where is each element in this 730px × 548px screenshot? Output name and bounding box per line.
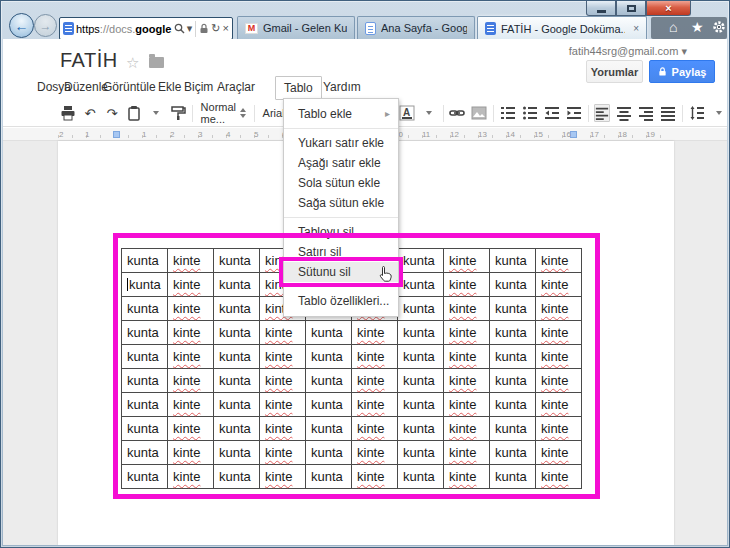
table-cell[interactable]: kinte (168, 369, 214, 393)
highlight-color-icon[interactable]: A (399, 104, 415, 122)
menu-item-tablo-ekle[interactable]: Tablo ekle▸ (284, 104, 398, 124)
table-cell[interactable]: kinte (444, 321, 490, 345)
table-cell[interactable]: kunta (214, 393, 260, 417)
table-cell[interactable]: kunta (214, 417, 260, 441)
table-cell[interactable]: kunta (214, 321, 260, 345)
table-cell[interactable]: kinte (444, 417, 490, 441)
address-bar[interactable]: https://docs.google.c... ▾ ↻ × (59, 17, 233, 40)
table-cell[interactable]: kunta (306, 393, 352, 417)
table-cell[interactable]: kunta (214, 273, 260, 297)
bulleted-list-icon[interactable] (522, 104, 538, 122)
table-cell[interactable]: kinte (444, 249, 490, 273)
window-close-button[interactable]: × (646, 1, 691, 16)
table-cell[interactable]: kinte (536, 465, 582, 489)
table-cell[interactable]: kinte (352, 441, 398, 465)
decrease-indent-icon[interactable] (544, 104, 560, 122)
menu-item-tabloyu-sil[interactable]: Tabloyu sil (284, 222, 398, 242)
print-icon[interactable] (60, 104, 76, 122)
account-email[interactable]: fatih44srg@gmail.com ▾ (569, 45, 687, 58)
table-cell[interactable]: kunta (122, 297, 168, 321)
browser-tab-2[interactable]: Ana Sayfa - Google Doküm... (357, 16, 475, 39)
browser-tab-3[interactable]: FATİH - Google Doküma...× (477, 16, 647, 40)
stop-icon[interactable]: × (223, 23, 229, 34)
table-cell[interactable]: kinte (260, 321, 306, 345)
menu-item-tablo-zellikleri-[interactable]: Tablo özellikleri... (284, 291, 398, 311)
style-dropdown[interactable]: Normal me... (199, 101, 248, 125)
table-cell[interactable]: kinte (352, 345, 398, 369)
table-cell[interactable]: kinte (536, 369, 582, 393)
menubar-item-tablo[interactable]: Tablo (275, 76, 322, 100)
paste-icon[interactable] (126, 104, 142, 122)
table-cell[interactable]: kinte (352, 369, 398, 393)
table-cell[interactable]: kinte (536, 345, 582, 369)
table-cell[interactable]: kunta (306, 465, 352, 489)
line-spacing-dropdown-icon[interactable] (711, 104, 727, 122)
table-cell[interactable]: kinte (444, 297, 490, 321)
right-indent-marker[interactable] (570, 131, 577, 138)
table-cell[interactable]: kinte (260, 465, 306, 489)
refresh-icon[interactable]: ↻ (211, 23, 220, 34)
table-cell[interactable]: kinte (260, 345, 306, 369)
menubar-item-görüntüle[interactable]: Görüntüle (103, 80, 156, 94)
table-cell[interactable]: kunta (122, 393, 168, 417)
menu-item-yukar-sat-r-ekle[interactable]: Yukarı satır ekle (284, 133, 398, 153)
table-cell[interactable]: kinte (168, 417, 214, 441)
table-cell[interactable]: kunta (398, 417, 444, 441)
star-document-icon[interactable]: ☆ (126, 54, 139, 72)
table-cell[interactable]: kunta (214, 249, 260, 273)
table-cell[interactable]: kinte (260, 369, 306, 393)
table-cell[interactable]: kunta (398, 441, 444, 465)
paint-format-icon[interactable] (170, 104, 186, 122)
menubar-item-düzenle[interactable]: Düzenle (64, 80, 108, 94)
table-cell[interactable]: kunta (398, 369, 444, 393)
search-dropdown-icon[interactable]: ▾ (187, 23, 193, 34)
table-cell[interactable]: kunta (306, 369, 352, 393)
menu-item-s-tunu-sil[interactable]: Sütunu sil (284, 262, 398, 282)
menubar-item-biçim[interactable]: Biçim (184, 80, 213, 94)
highlight-dropdown-icon[interactable] (421, 104, 437, 122)
table-cell[interactable]: kunta (306, 441, 352, 465)
table-cell[interactable]: kunta (490, 393, 536, 417)
table-cell[interactable]: kunta (398, 249, 444, 273)
table-cell[interactable]: kunta (122, 273, 168, 297)
numbered-list-icon[interactable] (500, 104, 516, 122)
table-cell[interactable]: kinte (536, 393, 582, 417)
table-cell[interactable]: kunta (306, 321, 352, 345)
align-left-icon[interactable] (594, 104, 610, 122)
table-cell[interactable]: kunta (122, 441, 168, 465)
table-cell[interactable]: kunta (490, 465, 536, 489)
menubar-item-yardım[interactable]: Yardım (323, 80, 361, 94)
document-title[interactable]: FATİH (60, 49, 118, 72)
table-cell[interactable]: kunta (122, 417, 168, 441)
table-cell[interactable]: kunta (122, 321, 168, 345)
undo-icon[interactable]: ↶ (82, 104, 98, 122)
table-cell[interactable]: kunta (490, 441, 536, 465)
search-icon[interactable] (174, 23, 185, 34)
table-cell[interactable]: kunta (398, 465, 444, 489)
table-cell[interactable]: kinte (352, 393, 398, 417)
table-cell[interactable]: kunta (214, 441, 260, 465)
table-cell[interactable]: kunta (214, 465, 260, 489)
table-cell[interactable]: kunta (398, 273, 444, 297)
table-cell[interactable]: kinte (260, 417, 306, 441)
browser-tab-1[interactable]: MGmail - Gelen Kutusu (5) - f... (237, 16, 355, 39)
line-spacing-icon[interactable] (689, 104, 705, 122)
back-button[interactable]: ← (9, 13, 34, 38)
folder-icon[interactable] (149, 57, 164, 68)
table-cell[interactable]: kunta (122, 249, 168, 273)
left-indent-marker[interactable] (113, 131, 120, 138)
menu-item-sola-s-tun-ekle[interactable]: Sola sütun ekle (284, 173, 398, 193)
table-cell[interactable]: kunta (122, 369, 168, 393)
table-cell[interactable]: kunta (490, 273, 536, 297)
table-cell[interactable]: kinte (536, 249, 582, 273)
window-maximize-button[interactable] (616, 1, 646, 16)
table-cell[interactable]: kunta (122, 465, 168, 489)
table-cell[interactable]: kunta (398, 393, 444, 417)
table-cell[interactable]: kinte (536, 321, 582, 345)
align-right-icon[interactable] (638, 104, 654, 122)
table-cell[interactable]: kunta (490, 297, 536, 321)
table-cell[interactable]: kinte (536, 297, 582, 321)
table-cell[interactable]: kinte (536, 273, 582, 297)
table-cell[interactable]: kunta (398, 297, 444, 321)
menu-item-sa-a-s-tun-ekle[interactable]: Sağa sütun ekle (284, 193, 398, 213)
